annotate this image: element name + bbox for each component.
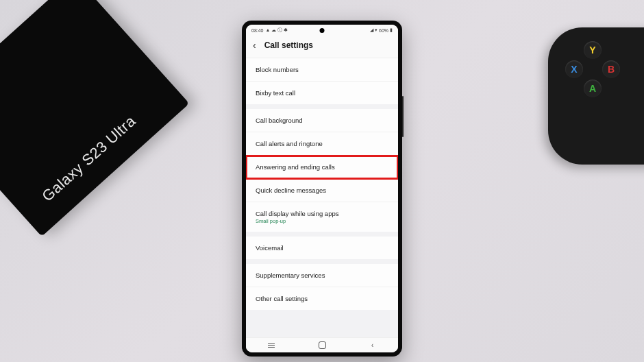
settings-group: Call backgroundCall alerts and ringtoneA…: [246, 109, 398, 232]
item-label: Other call settings: [256, 295, 308, 302]
item-label: Call display while using apps: [256, 210, 338, 217]
settings-item-other-call-settings[interactable]: Other call settings: [246, 287, 398, 310]
settings-header: ‹ Call settings: [246, 36, 398, 58]
item-label: Answering and ending calls: [256, 163, 335, 171]
page-title: Call settings: [264, 40, 313, 50]
settings-item-call-display-while-using-apps[interactable]: Call display while using appsSmall pop-u…: [246, 202, 398, 232]
item-sublabel: Small pop-up: [256, 218, 388, 224]
box-brand-text: Galaxy S23 Ultra: [38, 112, 139, 206]
nav-home-button[interactable]: [308, 341, 336, 349]
controller-b-button: B: [602, 60, 620, 78]
settings-item-voicemail[interactable]: Voicemail: [246, 237, 398, 259]
nav-recents-button[interactable]: [258, 343, 285, 348]
product-box-prop: Galaxy S23 Ultra: [0, 0, 189, 237]
power-button: [402, 96, 404, 137]
item-label: Block numbers: [256, 66, 299, 73]
battery-icon: ▮: [390, 27, 393, 33]
controller-x-button: X: [565, 60, 583, 78]
battery-pct: 60%: [379, 28, 388, 33]
wifi-icon: ▾: [375, 27, 377, 33]
item-label: Voicemail: [256, 244, 284, 252]
settings-group: Block numbersBixby text call: [246, 58, 398, 104]
settings-item-call-alerts-and-ringtone[interactable]: Call alerts and ringtone: [246, 132, 398, 156]
controller-a-button: A: [584, 80, 602, 97]
back-button[interactable]: ‹: [253, 40, 256, 51]
settings-item-bixby-text-call[interactable]: Bixby text call: [246, 82, 398, 104]
game-controller-prop: Y X B A: [548, 27, 644, 165]
nav-back-button[interactable]: ›: [359, 341, 386, 349]
phone-frame: 08:40 ▲ ☁ ⓘ ✱ ◢ ▾ 60% ▮ ‹ Call settings …: [242, 21, 402, 357]
status-left-icons: ▲ ☁ ⓘ ✱: [266, 27, 288, 34]
settings-group: Supplementary servicesOther call setting…: [246, 264, 398, 310]
settings-item-answering-and-ending-calls[interactable]: Answering and ending calls: [246, 156, 398, 179]
settings-item-quick-decline-messages[interactable]: Quick decline messages: [246, 179, 398, 202]
item-label: Supplementary services: [256, 272, 325, 279]
settings-item-block-numbers[interactable]: Block numbers: [246, 58, 398, 82]
settings-item-call-background[interactable]: Call background: [246, 109, 398, 132]
item-label: Call alerts and ringtone: [256, 140, 323, 147]
settings-list: Block numbersBixby text callCall backgro…: [246, 58, 398, 337]
item-label: Quick decline messages: [256, 186, 326, 194]
controller-y-button: Y: [584, 41, 602, 59]
settings-item-supplementary-services[interactable]: Supplementary services: [246, 264, 398, 287]
signal-icon: ◢: [370, 27, 373, 33]
phone-screen: 08:40 ▲ ☁ ⓘ ✱ ◢ ▾ 60% ▮ ‹ Call settings …: [246, 25, 398, 352]
item-label: Bixby text call: [256, 89, 295, 97]
item-label: Call background: [256, 117, 303, 124]
front-camera: [320, 28, 325, 33]
settings-group: Voicemail: [246, 237, 398, 259]
android-nav-bar: ›: [246, 337, 398, 352]
status-time: 08:40: [251, 28, 264, 33]
